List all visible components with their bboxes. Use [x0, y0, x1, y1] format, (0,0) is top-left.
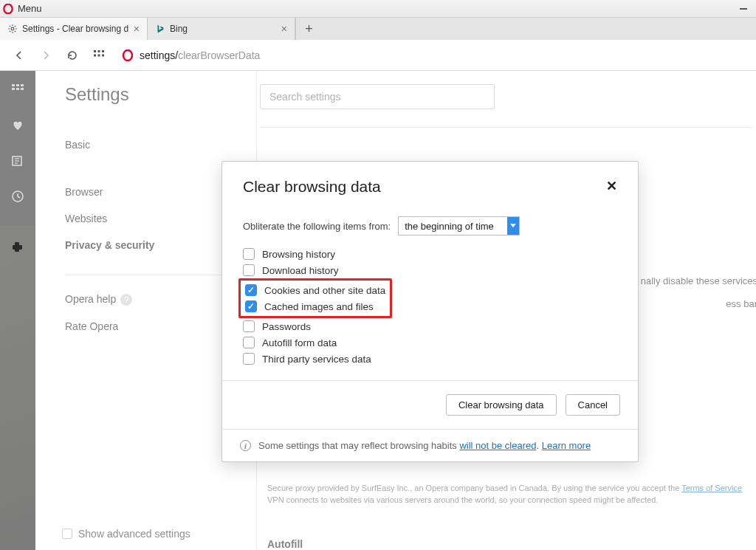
menubar: Menu [0, 0, 756, 18]
highlighted-items-box: ✓Cookies and other site data✓Cached imag… [238, 278, 392, 318]
svg-line-9 [15, 26, 16, 27]
vpn-note: Secure proxy provided by SurfEasy Inc., … [267, 484, 681, 492]
clear-item-label: Download history [262, 265, 339, 276]
autofill-heading: Autofill [267, 536, 753, 550]
close-icon[interactable]: ✕ [606, 178, 617, 194]
clear-item-row[interactable]: Download history [243, 262, 617, 278]
sidebar-item-basic[interactable]: Basic [65, 131, 238, 158]
svg-rect-1 [740, 8, 747, 10]
forward-button[interactable] [37, 47, 55, 64]
address-bar[interactable]: settings/clearBrowserData [117, 44, 746, 66]
tab-title: Settings - Clear browsing d [22, 24, 129, 34]
clear-browsing-data-dialog: Clear browsing data ✕ Obliterate the fol… [221, 161, 639, 462]
svg-rect-22 [16, 88, 19, 90]
vpn-note: VPN connects to websites via various ser… [267, 495, 658, 504]
svg-rect-15 [98, 54, 100, 56]
svg-rect-19 [16, 84, 19, 86]
clear-data-items: Browsing historyDownload history✓Cookies… [243, 246, 617, 367]
new-tab-button[interactable]: + [295, 18, 322, 40]
speeddial-button[interactable] [90, 47, 108, 64]
checkbox[interactable] [243, 248, 255, 260]
svg-line-8 [15, 31, 16, 32]
will-not-be-cleared-link[interactable]: will not be cleared [459, 440, 536, 451]
menu-label: Menu [18, 3, 42, 14]
clear-item-row[interactable]: ✓Cookies and other site data [245, 282, 385, 298]
back-button[interactable] [10, 47, 28, 64]
tab-settings[interactable]: Settings - Clear browsing d × [0, 18, 148, 40]
page-title: Settings [65, 84, 238, 105]
clear-item-label: Cached images and files [264, 301, 374, 312]
show-advanced-settings[interactable]: Show advanced settings [62, 528, 190, 540]
clear-item-label: Third party services data [262, 354, 371, 365]
svg-point-0 [4, 4, 12, 13]
sidebar-item-websites[interactable]: Websites [65, 205, 238, 232]
cancel-button[interactable]: Cancel [566, 394, 620, 416]
svg-line-7 [10, 26, 10, 27]
search-settings-input[interactable] [260, 84, 495, 109]
checkbox-icon[interactable] [62, 529, 72, 539]
clear-item-row[interactable]: ✓Cached images and files [245, 298, 385, 314]
svg-rect-13 [102, 50, 104, 52]
checkbox[interactable] [243, 320, 255, 332]
time-range-value: the beginning of time [405, 221, 494, 232]
content-area: Settings Basic Browser Websites Privacy … [0, 71, 756, 550]
clear-browsing-data-button[interactable]: Clear browsing data [446, 394, 557, 416]
svg-rect-20 [21, 84, 24, 86]
sidebar-item-rate[interactable]: Rate Opera [65, 313, 238, 340]
checkbox[interactable] [243, 337, 255, 348]
reload-button[interactable] [63, 47, 81, 64]
show-advanced-label: Show advanced settings [78, 528, 190, 540]
clear-item-row[interactable]: Autofill form data [243, 334, 617, 351]
heart-icon[interactable] [10, 118, 25, 133]
tabstrip: Settings - Clear browsing d × Bing × + [0, 18, 756, 40]
learn-more-link[interactable]: Learn more [542, 440, 591, 451]
clear-item-row[interactable]: Passwords [243, 318, 617, 334]
svg-point-2 [11, 27, 14, 30]
clear-item-label: Passwords [262, 321, 311, 332]
speeddial-grid-icon[interactable] [10, 83, 25, 97]
news-icon[interactable] [10, 154, 25, 168]
sidebar-item-browser[interactable]: Browser [65, 179, 238, 205]
chevron-down-icon [507, 217, 519, 235]
info-icon: i [240, 440, 251, 451]
checkbox[interactable] [243, 264, 255, 276]
svg-point-17 [123, 50, 132, 61]
tab-title: Bing [170, 24, 277, 34]
svg-rect-23 [21, 88, 24, 90]
clear-item-row[interactable]: Browsing history [243, 246, 617, 262]
close-icon[interactable]: × [281, 23, 287, 35]
sidebar-item-help[interactable]: Opera help? [65, 286, 238, 313]
gear-icon [7, 24, 18, 34]
clear-item-label: Autofill form data [262, 337, 337, 348]
svg-line-10 [10, 31, 10, 32]
window-minimize-icon[interactable] [735, 2, 752, 16]
bing-icon [155, 24, 165, 34]
terms-of-service-link[interactable]: Terms of Service [681, 484, 742, 492]
extensions-icon[interactable] [10, 239, 25, 254]
footer-note: Some settings that may reflect browsing … [258, 440, 591, 451]
menu-button[interactable]: Menu [3, 3, 42, 14]
checkbox[interactable] [243, 353, 255, 365]
time-range-select[interactable]: the beginning of time [398, 216, 520, 236]
svg-rect-14 [94, 54, 96, 56]
svg-rect-16 [102, 54, 104, 56]
vertical-sidebar [0, 71, 35, 550]
clear-item-label: Cookies and other site data [264, 285, 385, 296]
svg-rect-12 [98, 50, 100, 52]
help-icon: ? [120, 294, 132, 306]
checkbox[interactable]: ✓ [245, 284, 257, 296]
dialog-title: Clear browsing data [243, 178, 381, 196]
history-icon[interactable] [10, 189, 25, 204]
sidebar-item-privacy[interactable]: Privacy & security [65, 232, 238, 258]
tab-bing[interactable]: Bing × [148, 18, 295, 40]
address-text: settings/clearBrowserData [140, 49, 260, 61]
nav-toolbar: settings/clearBrowserData [0, 40, 756, 71]
checkbox[interactable]: ✓ [245, 300, 257, 312]
clear-item-label: Browsing history [262, 249, 335, 260]
close-icon[interactable]: × [134, 23, 140, 35]
opera-logo-icon [122, 49, 134, 61]
svg-rect-11 [94, 50, 96, 52]
svg-rect-18 [12, 84, 15, 86]
clear-item-row[interactable]: Third party services data [243, 351, 617, 367]
obliterate-label: Obliterate the following items from: [243, 221, 391, 232]
